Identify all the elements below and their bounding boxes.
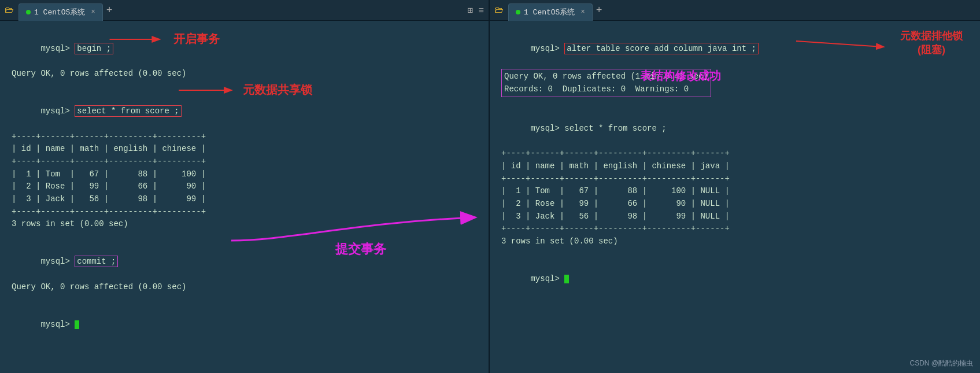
tab-left[interactable]: 1 CentOS系统 × (19, 3, 103, 21)
tab-add-right[interactable]: + (596, 5, 602, 16)
begin-cmd: begin ; (75, 43, 113, 54)
right-line-select: mysql> select * from score ; (501, 110, 968, 147)
left-line-select: mysql> select * from score ; (12, 93, 477, 130)
right-rows-count: 3 rows in set (0.00 sec) (501, 235, 968, 248)
tab-close-right[interactable]: × (580, 8, 585, 16)
folder-icon-left: 🗁 (5, 5, 14, 16)
right-table-border2: +----+------+------+---------+---------+… (501, 173, 968, 186)
tab-right[interactable]: 1 CentOS系统 × (508, 3, 593, 21)
right-table-border3: +----+------+------+---------+---------+… (501, 223, 968, 235)
left-final-prompt: mysql> (12, 306, 477, 344)
left-table-border2: +----+------+------+---------+---------+ (12, 156, 477, 168)
commit-arrow-svg (231, 194, 490, 264)
right-final-prompt: mysql> (501, 260, 968, 298)
svg-line-2 (796, 41, 883, 47)
tab-add-left[interactable]: + (106, 5, 113, 16)
left-table-header: | id | name | math | english | chinese | (12, 143, 477, 156)
right-table-row2: | 2 | Rose | 99 | 66 | 90 | NULL | (501, 198, 968, 210)
right-table-header: | id | name | math | english | chinese |… (501, 160, 968, 173)
folder-icon-right: 🗁 (494, 5, 504, 16)
left-terminal-panel[interactable]: mysql> begin ; Query OK, 0 rows affected… (0, 21, 490, 373)
main-area: mysql> begin ; Query OK, 0 rows affected… (0, 21, 980, 373)
left-table-border1: +----+------+------+---------+---------+ (12, 131, 477, 143)
tab-dot-right (516, 10, 520, 14)
right-cursor (564, 275, 569, 283)
annotation-success: 表结构修改成功 (640, 68, 721, 84)
watermark: CSDN @酷酷的楠虫 (909, 359, 973, 368)
tab-bar: 🗁 1 CentOS系统 × + ⊞ ≡ 🗁 1 CentOS系统 × + (0, 0, 980, 21)
right-alter-result2: Records: 0 Duplicates: 0 Warnings: 0 (504, 83, 708, 96)
right-arrow-svg (490, 27, 980, 73)
tab-bar-left: 🗁 1 CentOS系统 × + ⊞ ≡ (0, 0, 490, 21)
tab-close-left[interactable]: × (91, 8, 95, 16)
right-table-row1: | 1 | Tom | 67 | 88 | 100 | NULL | (501, 185, 968, 198)
left-table-row2: | 2 | Rose | 99 | 66 | 90 | (12, 180, 477, 193)
left-line-begin-result: Query OK, 0 rows affected (0.00 sec) (12, 68, 477, 80)
select-cmd: select * from score ; (75, 105, 181, 117)
right-terminal-panel[interactable]: mysql> alter table score add column java… (490, 21, 980, 373)
right-table-row3: | 3 | Jack | 56 | 98 | 99 | NULL | (501, 210, 968, 223)
left-cursor (75, 320, 79, 329)
tab-dot-left (26, 10, 31, 14)
tab-bar-right: 🗁 1 CentOS系统 × + (490, 0, 980, 21)
left-line-begin: mysql> begin ; (12, 30, 477, 68)
commit-cmd: commit ; (75, 256, 118, 267)
annotation-select: 元数据共享锁 (243, 82, 312, 98)
grid-icon[interactable]: ⊞ ≡ (467, 5, 484, 16)
tab-label-right: 1 CentOS系统 (524, 7, 575, 17)
right-table-border1: +----+------+------+---------+---------+… (501, 147, 968, 160)
annotation-begin: 开启事务 (173, 31, 220, 47)
left-commit-result: Query OK, 0 rows affected (0.00 sec) (12, 281, 477, 294)
tab-label-left: 1 CentOS系统 (34, 7, 85, 17)
left-table-row1: | 1 | Tom | 67 | 88 | 100 | (12, 168, 477, 181)
